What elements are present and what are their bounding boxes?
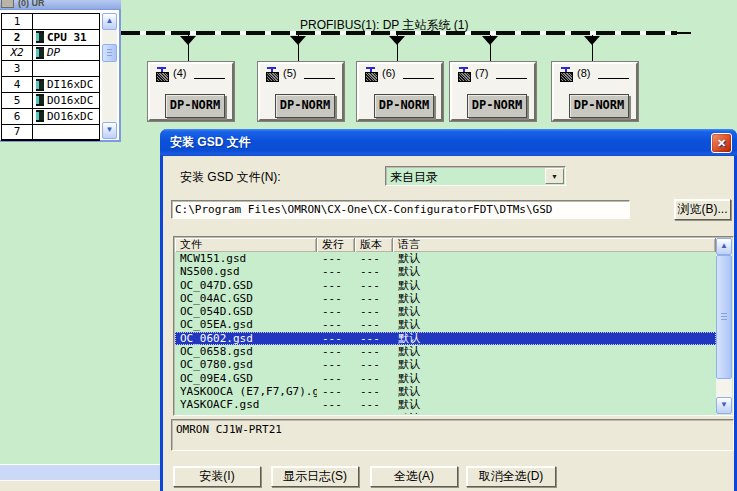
browse-button[interactable]: 浏览(B)...	[674, 199, 731, 220]
device-box[interactable]: (5) DP-NORM	[258, 62, 344, 121]
file-language: 默认	[393, 265, 716, 278]
file-language: 默认	[393, 252, 716, 265]
column-header-release[interactable]: 发行	[317, 238, 355, 252]
horizontal-scrollbar-strip[interactable]	[0, 464, 160, 481]
device-underline	[496, 78, 527, 79]
bus-tap-icon	[584, 36, 600, 45]
deselect-all-button[interactable]: 取消全选(D)	[466, 466, 556, 487]
rack-row[interactable]: X2 DP	[2, 46, 99, 62]
file-list-scrollbar[interactable]: ▲ ▼	[716, 238, 732, 414]
file-list-row[interactable]: MCW151.gsd --- --- 默认	[175, 252, 716, 265]
install-button[interactable]: 安装(I)	[173, 466, 261, 487]
station-window: (0) UR 1 2 CPU 31 X2 DP 3 4	[0, 0, 121, 142]
device-address: (8)	[577, 67, 590, 79]
device-underline	[598, 78, 629, 79]
file-name: OC_047D.GSD	[175, 279, 317, 292]
station-window-titlebar[interactable]: (0) UR	[0, 0, 121, 9]
bus-tap-icon	[290, 36, 306, 45]
device-box[interactable]: (6) DP-NORM	[357, 62, 443, 121]
file-list-row[interactable]: OC_054D.GSD --- --- 默认	[175, 305, 716, 318]
rack-row[interactable]: 2 CPU 31	[2, 30, 99, 46]
file-list-row[interactable]: YASKOOCA (E7,F7,G7).gsd --- --- 默认	[175, 385, 716, 398]
rack-scrollbar-thumb[interactable]	[102, 44, 117, 62]
file-list-row[interactable]: OC_0658.gsd --- --- 默认	[175, 345, 716, 358]
file-release: ---	[317, 385, 355, 398]
profibus-bus-end	[677, 32, 691, 34]
bus-tap-icon	[389, 36, 405, 45]
rack-row[interactable]: 4 DI16xDC	[2, 77, 99, 93]
device-box[interactable]: (7) DP-NORM	[450, 62, 536, 121]
device-type-label: DP-NORM	[165, 94, 225, 118]
device-box[interactable]: (8) DP-NORM	[552, 62, 638, 121]
statusbar-strip	[0, 480, 160, 491]
scroll-down-icon[interactable]: ▼	[716, 397, 732, 414]
file-release: ---	[317, 318, 355, 331]
rack-scrollbar[interactable]: ▲ ▼	[102, 13, 117, 139]
slave-station-icon	[457, 67, 472, 80]
file-list-row[interactable]: OC_0780.gsd --- --- 默认	[175, 358, 716, 371]
file-list-row[interactable]: OC_047D.GSD --- --- 默认	[175, 279, 716, 292]
module-label: CPU 31	[47, 31, 87, 44]
scrollbar-grip	[107, 49, 112, 56]
show-log-button[interactable]: 显示日志(S)	[271, 466, 359, 487]
slave-station-icon	[364, 67, 379, 80]
device-underline	[403, 78, 434, 79]
file-list-scrollbar-thumb[interactable]	[716, 255, 732, 379]
file-name: OC_04AC.GSD	[175, 292, 317, 305]
file-list-row[interactable]: OC_05EA.gsd --- --- 默认	[175, 318, 716, 331]
scrollbar-grip	[721, 313, 727, 320]
file-release: ---	[317, 398, 355, 411]
dp-slave-device[interactable]: (4) DP-NORM	[148, 0, 230, 117]
rack-row[interactable]: 3	[2, 61, 99, 77]
file-language: 默认	[393, 412, 716, 414]
file-list-row[interactable]: OC_09E4.GSD --- --- 默认	[175, 372, 716, 385]
file-release: ---	[317, 358, 355, 371]
dp-slave-device[interactable]: (5) DP-NORM	[258, 0, 340, 117]
rack-row[interactable]: 1	[2, 14, 99, 30]
select-all-button[interactable]: 全选(A)	[370, 466, 458, 487]
device-box[interactable]: (4) DP-NORM	[148, 62, 234, 121]
device-address: (5)	[283, 67, 296, 79]
file-release: ---	[317, 265, 355, 278]
file-list-row[interactable]: OC_04AC.GSD --- --- 默认	[175, 292, 716, 305]
column-header-version[interactable]: 版本	[355, 238, 393, 252]
file-list-row[interactable]: YETM0711.gsd --- --- 默认	[175, 412, 716, 414]
file-version: ---	[355, 279, 393, 292]
file-list-row[interactable]: YASKOACF.gsd --- --- 默认	[175, 398, 716, 411]
file-version: ---	[355, 252, 393, 265]
column-header-file[interactable]: 文件	[175, 238, 317, 252]
file-language: 默认	[393, 398, 716, 411]
selected-device-info: OMRON CJ1W-PRT21	[171, 419, 734, 451]
source-dropdown[interactable]: 来自目录 ▼	[385, 166, 566, 186]
scroll-up-icon[interactable]: ▲	[102, 13, 117, 30]
station-window-icon	[1, 0, 14, 8]
rack-row[interactable]: 6 DO16xDC	[2, 109, 99, 125]
chevron-down-icon[interactable]: ▼	[545, 168, 564, 184]
file-list-row[interactable]: NS500.gsd --- --- 默认	[175, 265, 716, 278]
rack-table: 1 2 CPU 31 X2 DP 3 4 DI16xDC	[1, 13, 100, 141]
rack-row[interactable]: 5 DO16xDC	[2, 93, 99, 109]
scroll-up-icon[interactable]: ▲	[716, 238, 732, 255]
file-release: ---	[317, 279, 355, 292]
gsd-file-list: 文件 发行 版本 语言 MCW151.gsd --- --- 默认 NS500.…	[173, 236, 734, 416]
file-release: ---	[317, 292, 355, 305]
rack-row[interactable]: 7	[2, 125, 99, 141]
dialog-body: 安装 GSD 文件(N): 来自目录 ▼ C:\Program Files\OM…	[163, 156, 734, 491]
dialog-titlebar[interactable]: 安装 GSD 文件 ✕	[160, 129, 737, 156]
file-name: YASKOACF.gsd	[175, 398, 317, 411]
gsd-path-field[interactable]: C:\Program Files\OMRON\CX-One\CX-Configu…	[171, 200, 630, 219]
module-label: DO16xDC	[47, 110, 93, 123]
module-label: DI16xDC	[47, 78, 93, 91]
file-language: 默认	[393, 292, 716, 305]
dp-slave-device[interactable]: (6) DP-NORM	[357, 0, 439, 117]
module-label: DO16xDC	[47, 94, 93, 107]
slave-station-icon	[155, 67, 170, 80]
dp-slave-device[interactable]: (7) DP-NORM	[450, 0, 532, 117]
dp-slave-device[interactable]: (8) DP-NORM	[552, 0, 634, 117]
file-list-row[interactable]: OC_0602.gsd --- --- 默认	[175, 332, 716, 345]
scroll-down-icon[interactable]: ▼	[102, 122, 117, 139]
close-icon[interactable]: ✕	[711, 133, 732, 153]
source-dropdown-value: 来自目录	[390, 169, 438, 186]
column-header-language[interactable]: 语言	[393, 238, 716, 252]
file-language: 默认	[393, 318, 716, 331]
